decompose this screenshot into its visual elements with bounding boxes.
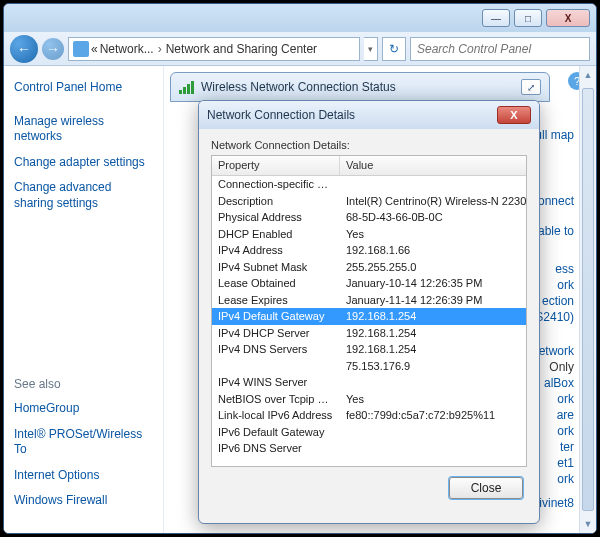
details-row[interactable]: IPv4 WINS Server [212,374,526,391]
peek-text: S2410) [535,310,574,324]
details-list: Property Value Connection-specific DN...… [211,155,527,467]
details-row[interactable]: Lease ExpiresJanuary-11-14 12:26:39 PM [212,292,526,309]
property-cell: IPv4 WINS Server [212,376,340,388]
see-also-link[interactable]: HomeGroup [14,401,153,417]
column-property-header[interactable]: Property [212,156,340,175]
window-titlebar: — □ X [4,4,596,32]
window-maximize-button[interactable]: □ [514,9,542,27]
value-cell: 75.153.176.9 [340,360,526,372]
details-list-header: Property Value [212,156,526,176]
breadcrumb-item[interactable]: Network and Sharing Center [166,42,317,56]
details-row[interactable]: NetBIOS over Tcpip En...Yes [212,391,526,408]
details-row[interactable]: IPv4 Address192.168.1.66 [212,242,526,259]
sidebar-home-link[interactable]: Control Panel Home [14,80,153,96]
value-cell: 192.168.1.66 [340,244,526,256]
property-cell: Connection-specific DN... [212,178,340,190]
property-cell: IPv4 DNS Servers [212,343,340,355]
peek-link[interactable]: ork [557,424,574,438]
details-rows-container: Connection-specific DN...DescriptionInte… [212,176,526,457]
details-row[interactable]: Lease ObtainedJanuary-10-14 12:26:35 PM [212,275,526,292]
peek-link[interactable]: et1 [557,456,574,470]
nav-forward-button[interactable]: → [42,38,64,60]
details-row[interactable]: 75.153.176.9 [212,358,526,375]
value-cell: January-10-14 12:26:35 PM [340,277,526,289]
see-also-label: See also [14,377,153,393]
property-cell: IPv4 DHCP Server [212,327,340,339]
property-cell: Lease Expires [212,294,340,306]
details-row[interactable]: IPv6 Default Gateway [212,424,526,441]
details-row[interactable]: Link-local IPv6 Addressfe80::799d:c5a7:c… [212,407,526,424]
peek-link[interactable]: ork [557,392,574,406]
value-cell: fe80::799d:c5a7:c72:b925%11 [340,409,526,421]
peek-link[interactable]: ess [555,262,574,276]
details-row[interactable]: Connection-specific DN... [212,176,526,193]
property-cell: Physical Address [212,211,340,223]
value-cell: Yes [340,393,526,405]
window-close-button[interactable]: X [546,9,590,27]
details-dialog-title: Network Connection Details [207,108,355,122]
value-cell: 68-5D-43-66-0B-0C [340,211,526,223]
refresh-button[interactable]: ↻ [382,37,406,61]
sidebar-item[interactable]: Change adapter settings [14,155,153,171]
peek-text: Only [549,360,574,374]
property-cell: Link-local IPv6 Address [212,409,340,421]
peek-link[interactable]: ection [542,294,574,308]
property-cell: Description [212,195,340,207]
scrollbar-thumb[interactable] [582,88,594,511]
peek-link[interactable]: alBox [544,376,574,390]
address-bar: ← → « Network... › Network and Sharing C… [4,32,596,66]
details-row[interactable]: IPv4 Subnet Mask255.255.255.0 [212,259,526,276]
close-button[interactable]: Close [449,477,523,499]
peek-link[interactable]: able to [538,224,574,238]
details-list-label: Network Connection Details: [211,139,527,151]
peek-link[interactable]: are [557,408,574,422]
breadcrumb-separator: › [156,42,164,56]
property-cell: DHCP Enabled [212,228,340,240]
details-row[interactable]: Physical Address68-5D-43-66-0B-0C [212,209,526,226]
details-row[interactable]: IPv4 Default Gateway192.168.1.254 [212,308,526,325]
scroll-up-arrow[interactable]: ▲ [580,66,596,84]
property-cell: IPv6 Default Gateway [212,426,340,438]
breadcrumb-prefix: « [91,42,98,56]
details-row[interactable]: DescriptionIntel(R) Centrino(R) Wireless… [212,193,526,210]
wifi-signal-icon [179,80,195,94]
sidebar-item[interactable]: Change advanced sharing settings [14,180,153,211]
property-cell: IPv6 DNS Server [212,442,340,454]
value-cell: Intel(R) Centrino(R) Wireless-N 2230 [340,195,526,207]
sidebar: Control Panel Home Manage wireless netwo… [4,66,164,533]
see-also-link[interactable]: Windows Firewall [14,493,153,509]
property-cell: IPv4 Default Gateway [212,310,340,322]
breadcrumb-dropdown[interactable]: ▾ [364,37,378,61]
location-icon [73,41,89,57]
breadcrumb-item[interactable]: Network... [100,42,154,56]
details-dialog-titlebar: Network Connection Details X [199,101,539,129]
peek-link[interactable]: etwork [539,344,574,358]
see-also-link[interactable]: Internet Options [14,468,153,484]
nav-back-button[interactable]: ← [10,35,38,63]
value-cell: January-11-14 12:26:39 PM [340,294,526,306]
property-cell: NetBIOS over Tcpip En... [212,393,340,405]
value-cell: 255.255.255.0 [340,261,526,273]
breadcrumb[interactable]: « Network... › Network and Sharing Cente… [68,37,360,61]
details-dialog-close-x[interactable]: X [497,106,531,124]
details-row[interactable]: IPv4 DNS Servers192.168.1.254 [212,341,526,358]
scroll-down-arrow[interactable]: ▼ [580,515,596,533]
vertical-scrollbar[interactable]: ▲ ▼ [579,66,596,533]
see-also-link[interactable]: Intel® PROSet/Wireless To [14,427,153,458]
details-row[interactable]: IPv4 DHCP Server192.168.1.254 [212,325,526,342]
peek-link[interactable]: ork [557,278,574,292]
status-dialog-titlebar: Wireless Network Connection Status ⤢ [170,72,550,102]
value-cell: 192.168.1.254 [340,327,526,339]
property-cell: Lease Obtained [212,277,340,289]
sidebar-item[interactable]: Manage wireless networks [14,114,153,145]
status-dialog-expand-button[interactable]: ⤢ [521,79,541,95]
search-input[interactable] [410,37,590,61]
value-cell: 192.168.1.254 [340,310,526,322]
details-row[interactable]: DHCP EnabledYes [212,226,526,243]
peek-link[interactable]: ter [560,440,574,454]
window-minimize-button[interactable]: — [482,9,510,27]
column-value-header[interactable]: Value [340,156,526,175]
property-cell: IPv4 Subnet Mask [212,261,340,273]
details-row[interactable]: IPv6 DNS Server [212,440,526,457]
peek-link[interactable]: ork [557,472,574,486]
